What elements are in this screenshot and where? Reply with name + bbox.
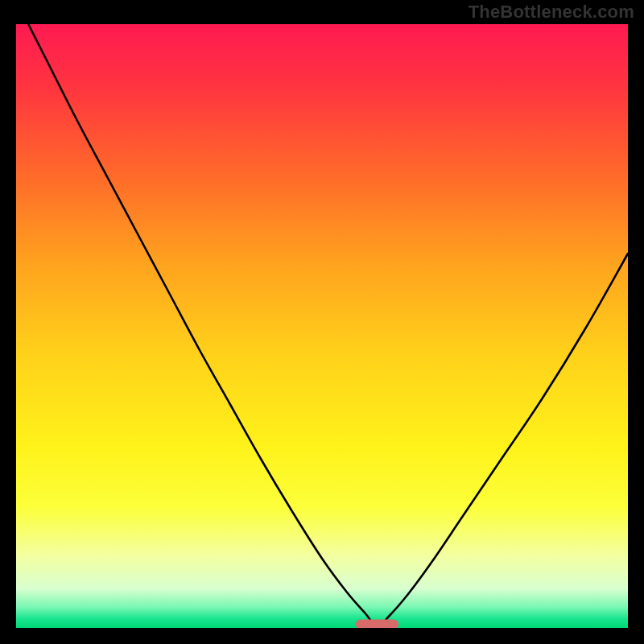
- optimal-marker: [356, 620, 398, 629]
- bottleneck-plot: [16, 24, 628, 628]
- watermark-text: TheBottleneck.com: [469, 2, 634, 23]
- chart-frame: TheBottleneck.com: [0, 0, 644, 644]
- plot-svg: [16, 24, 628, 628]
- gradient-background: [16, 24, 628, 628]
